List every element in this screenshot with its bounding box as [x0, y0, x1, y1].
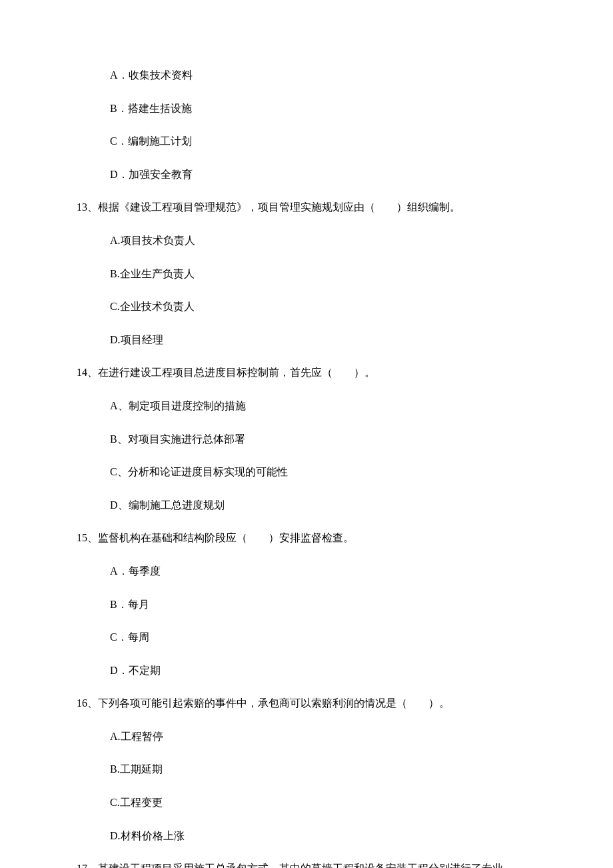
- option-label: C、分析和论证进度目标实现的可能性: [110, 466, 288, 477]
- question-15: 15、监督机构在基础和结构阶段应（ ）安排监督检查。: [77, 529, 536, 547]
- option-12-d: D．加强安全教育: [110, 166, 536, 183]
- option-14-d: D、编制施工总进度规划: [110, 497, 536, 514]
- option-15-a: A．每季度: [110, 563, 536, 580]
- question-14: 14、在进行建设工程项目总进度目标控制前，首先应（ ）。: [77, 364, 536, 381]
- option-13-b: B.企业生产负责人: [110, 265, 536, 283]
- option-label: C.工程变更: [110, 797, 163, 808]
- option-label: D．加强安全教育: [110, 169, 193, 180]
- option-label: A、制定项目进度控制的措施: [110, 400, 246, 411]
- option-16-b: B.工期延期: [110, 761, 536, 778]
- question-text: 15、监督机构在基础和结构阶段应（ ）安排监督检查。: [77, 532, 354, 543]
- option-16-d: D.材料价格上涨: [110, 827, 536, 845]
- option-12-c: C．编制施工计划: [110, 133, 536, 150]
- option-label: C．每周: [110, 631, 149, 643]
- option-13-c: C.企业技术负责人: [110, 298, 536, 315]
- question-17: 17、某建设工程项目采用施工总承包方式，其中的幕墙工程和设备安装工程分别进行了专…: [77, 860, 536, 868]
- option-label: A．每季度: [110, 565, 161, 577]
- option-15-d: D．不定期: [110, 662, 536, 679]
- option-13-a: A.项目技术负责人: [110, 232, 536, 249]
- option-15-c: C．每周: [110, 629, 536, 646]
- question-16: 16、下列各项可能引起索赔的事件中，承包商可以索赔利润的情况是（ ）。: [77, 695, 536, 712]
- option-label: C.企业技术负责人: [110, 301, 195, 312]
- option-13-d: D.项目经理: [110, 331, 536, 349]
- option-label: A.工程暂停: [110, 731, 163, 742]
- option-15-b: B．每月: [110, 596, 536, 613]
- option-label: D、编制施工总进度规划: [110, 499, 225, 511]
- option-label: B．每月: [110, 599, 149, 610]
- option-label: A．收集技术资料: [110, 69, 193, 81]
- option-16-c: C.工程变更: [110, 794, 536, 811]
- option-label: D.材料价格上涨: [110, 830, 185, 841]
- option-label: B.工期延期: [110, 763, 163, 775]
- option-label: D.项目经理: [110, 334, 163, 345]
- option-label: C．编制施工计划: [110, 135, 192, 147]
- option-label: A.项目技术负责人: [110, 235, 195, 246]
- option-16-a: A.工程暂停: [110, 728, 536, 745]
- option-label: D．不定期: [110, 665, 161, 676]
- option-14-c: C、分析和论证进度目标实现的可能性: [110, 463, 536, 481]
- question-13: 13、根据《建设工程项目管理规范》，项目管理实施规划应由（ ）组织编制。: [77, 199, 536, 216]
- question-text: 13、根据《建设工程项目管理规范》，项目管理实施规划应由（ ）组织编制。: [77, 201, 460, 213]
- option-label: B．搭建生括设施: [110, 103, 192, 114]
- option-14-b: B、对项目实施进行总体部署: [110, 431, 536, 448]
- question-text: 16、下列各项可能引起索赔的事件中，承包商可以索赔利润的情况是（ ）。: [77, 697, 450, 709]
- option-12-b: B．搭建生括设施: [110, 100, 536, 117]
- option-14-a: A、制定项目进度控制的措施: [110, 397, 536, 415]
- option-label: B、对项目实施进行总体部署: [110, 433, 245, 445]
- option-label: B.企业生产负责人: [110, 268, 195, 279]
- question-text: 14、在进行建设工程项目总进度目标控制前，首先应（ ）。: [77, 367, 375, 378]
- option-12-a: A．收集技术资料: [110, 67, 536, 84]
- question-text: 17、某建设工程项目采用施工总承包方式，其中的幕墙工程和设备安装工程分别进行了专…: [77, 863, 503, 868]
